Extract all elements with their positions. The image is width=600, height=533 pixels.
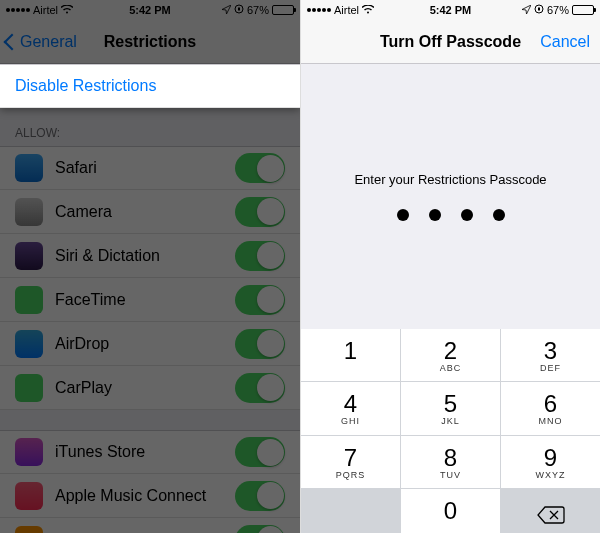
- carrier-label: Airtel: [334, 4, 359, 16]
- location-icon: [222, 4, 231, 16]
- passcode-entry-area: Enter your Restrictions Passcode: [301, 64, 600, 329]
- settings-cell[interactable]: Camera: [0, 190, 300, 234]
- key-letters: MNO: [539, 416, 563, 426]
- orientation-lock-icon: [534, 4, 544, 16]
- signal-dots-icon: [307, 8, 331, 12]
- back-label: General: [20, 33, 77, 51]
- nav-bar: Turn Off Passcode Cancel: [301, 20, 600, 64]
- toggle-switch[interactable]: [235, 437, 285, 467]
- cancel-button[interactable]: Cancel: [540, 33, 590, 51]
- passcode-prompt: Enter your Restrictions Passcode: [354, 172, 546, 187]
- toggle-switch[interactable]: [235, 285, 285, 315]
- app-icon: [15, 242, 43, 270]
- settings-cell[interactable]: iBooks Store: [0, 518, 300, 533]
- toggle-switch[interactable]: [235, 329, 285, 359]
- signal-dots-icon: [6, 8, 30, 12]
- key-digit: 7: [344, 444, 357, 472]
- cell-label: iTunes Store: [55, 443, 145, 461]
- toggle-switch[interactable]: [235, 481, 285, 511]
- key-digit: 5: [444, 390, 457, 418]
- orientation-lock-icon: [234, 4, 244, 16]
- section-header-allow: ALLOW:: [0, 108, 300, 146]
- cell-label: Camera: [55, 203, 112, 221]
- key-digit: 2: [444, 337, 457, 365]
- pin-dot: [461, 209, 473, 221]
- right-screen: Airtel 5:42 PM 67% Turn Off Passcode Can…: [300, 0, 600, 533]
- toggle-switch[interactable]: [235, 197, 285, 227]
- left-screen: Airtel 5:42 PM 67% General Restrictions …: [0, 0, 300, 533]
- toggle-switch[interactable]: [235, 525, 285, 534]
- settings-cell[interactable]: AirDrop: [0, 322, 300, 366]
- status-bar: Airtel 5:42 PM 67%: [0, 0, 300, 20]
- left-content: Disable Restrictions ALLOW: SafariCamera…: [0, 64, 300, 533]
- nav-bar: General Restrictions: [0, 20, 300, 64]
- disable-restrictions-label: Disable Restrictions: [15, 77, 156, 95]
- backspace-icon: [537, 502, 565, 520]
- key-letters: PQRS: [336, 470, 366, 480]
- pin-dot: [429, 209, 441, 221]
- app-icon: [15, 330, 43, 358]
- page-title: Turn Off Passcode: [380, 33, 521, 51]
- keypad-key-1[interactable]: 1: [301, 329, 400, 381]
- key-digit: 3: [544, 337, 557, 365]
- passcode-dots: [397, 209, 505, 221]
- carrier-label: Airtel: [33, 4, 58, 16]
- key-digit: 9: [544, 444, 557, 472]
- keypad-key-2[interactable]: 2ABC: [401, 329, 500, 381]
- settings-cell[interactable]: iTunes Store: [0, 430, 300, 474]
- settings-cell[interactable]: Apple Music Connect: [0, 474, 300, 518]
- number-keypad: 1 2ABC3DEF4GHI5JKL6MNO7PQRS8TUV9WXYZ0: [301, 329, 600, 533]
- status-bar: Airtel 5:42 PM 67%: [301, 0, 600, 20]
- keypad-key-6[interactable]: 6MNO: [501, 382, 600, 434]
- key-digit: 4: [344, 390, 357, 418]
- chevron-left-icon: [4, 33, 21, 50]
- battery-icon: [572, 5, 594, 15]
- app-icon: [15, 374, 43, 402]
- cell-label: Apple Music Connect: [55, 487, 206, 505]
- key-letters: TUV: [440, 470, 461, 480]
- toggle-switch[interactable]: [235, 241, 285, 271]
- keypad-blank: [301, 489, 400, 533]
- settings-cell[interactable]: FaceTime: [0, 278, 300, 322]
- key-digit: 8: [444, 444, 457, 472]
- key-letters: ABC: [440, 363, 462, 373]
- settings-cell[interactable]: Safari: [0, 146, 300, 190]
- key-letters: JKL: [441, 416, 460, 426]
- keypad-key-8[interactable]: 8TUV: [401, 436, 500, 488]
- key-letters: GHI: [341, 416, 360, 426]
- battery-pct: 67%: [547, 4, 569, 16]
- battery-pct: 67%: [247, 4, 269, 16]
- app-icon: [15, 438, 43, 466]
- keypad-key-5[interactable]: 5JKL: [401, 382, 500, 434]
- keypad-key-9[interactable]: 9WXYZ: [501, 436, 600, 488]
- app-icon: [15, 286, 43, 314]
- keypad-key-4[interactable]: 4GHI: [301, 382, 400, 434]
- keypad-key-0[interactable]: 0: [401, 489, 500, 533]
- location-icon: [522, 4, 531, 16]
- key-digit: 1: [344, 337, 357, 365]
- disable-restrictions-cell[interactable]: Disable Restrictions: [0, 64, 300, 108]
- cell-label: CarPlay: [55, 379, 112, 397]
- wifi-icon: [61, 4, 73, 16]
- pin-dot: [493, 209, 505, 221]
- settings-cell[interactable]: Siri & Dictation: [0, 234, 300, 278]
- keypad-key-3[interactable]: 3DEF: [501, 329, 600, 381]
- keypad-key-7[interactable]: 7PQRS: [301, 436, 400, 488]
- back-button[interactable]: General: [6, 33, 77, 51]
- settings-cell[interactable]: CarPlay: [0, 366, 300, 410]
- page-title: Restrictions: [104, 33, 196, 51]
- pin-dot: [397, 209, 409, 221]
- cell-label: Safari: [55, 159, 97, 177]
- toggle-switch[interactable]: [235, 373, 285, 403]
- cell-label: Siri & Dictation: [55, 247, 160, 265]
- wifi-icon: [362, 4, 374, 16]
- toggle-switch[interactable]: [235, 153, 285, 183]
- app-icon: [15, 482, 43, 510]
- app-icon: [15, 198, 43, 226]
- key-digit: 0: [444, 497, 457, 525]
- keypad-delete[interactable]: [501, 489, 600, 533]
- cell-label: FaceTime: [55, 291, 126, 309]
- key-letters: DEF: [540, 363, 561, 373]
- key-letters: WXYZ: [536, 470, 566, 480]
- app-icon: [15, 526, 43, 534]
